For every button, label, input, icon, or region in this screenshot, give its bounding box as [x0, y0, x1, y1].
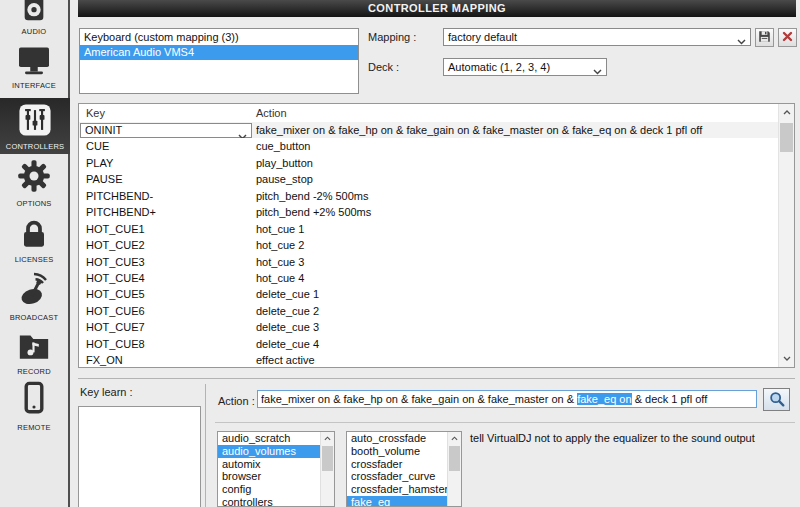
key-cell: CUE — [79, 138, 256, 154]
sidebar-item-label: AUDIO — [22, 27, 47, 36]
action-input[interactable]: fake_mixer on & fake_hp on & fake_gain o… — [257, 390, 757, 408]
chevron-down-icon — [737, 35, 746, 47]
scroll-down-icon[interactable] — [779, 351, 794, 366]
column-header-action[interactable]: Action — [256, 104, 287, 122]
table-header: Key Action — [79, 104, 794, 123]
speaker-icon — [18, 0, 50, 24]
category-item[interactable]: browser — [218, 470, 321, 483]
key-dropdown[interactable]: ONINIT — [80, 123, 252, 138]
table-row[interactable]: HOT_CUE4hot_cue 4 — [79, 270, 778, 286]
sidebar-item-licenses[interactable]: LICENSES — [0, 218, 68, 264]
action-cell: hot_cue 4 — [256, 270, 778, 286]
key-cell: HOT_CUE1 — [79, 221, 256, 237]
table-row[interactable]: HOT_CUE7delete_cue 3 — [79, 319, 778, 335]
scroll-up-icon[interactable] — [779, 105, 794, 120]
sidebar: AUDIO INTERFACE CONTROLLERS — [0, 0, 70, 507]
sidebar-item-interface[interactable]: INTERFACE — [0, 46, 68, 90]
chevron-down-icon — [593, 65, 602, 77]
sidebar-item-remote[interactable]: REMOTE — [0, 380, 68, 432]
sidebar-item-record[interactable]: RECORD — [0, 330, 68, 376]
key-cell: HOT_CUE4 — [79, 270, 256, 286]
action-name-list[interactable]: auto_crossfadebooth_volumecrossfadercros… — [346, 431, 462, 507]
scroll-up-icon[interactable] — [321, 432, 333, 444]
action-item[interactable]: crossfader_hamster — [347, 483, 448, 496]
action-item[interactable]: crossfader — [347, 458, 448, 471]
table-row[interactable]: CUEcue_button — [79, 138, 778, 154]
key-learn-label: Key learn : — [80, 386, 133, 398]
table-row[interactable]: FX_ONeffect active — [79, 352, 778, 367]
key-cell: PITCHBEND- — [79, 188, 256, 204]
scrollbar-thumb[interactable] — [322, 446, 333, 471]
action-item[interactable]: booth_volume — [347, 445, 448, 458]
sidebar-item-label: LICENSES — [15, 255, 54, 264]
action-item[interactable]: crossfader_curve — [347, 470, 448, 483]
page-title: CONTROLLER MAPPING — [78, 0, 796, 17]
horizontal-separator — [215, 422, 795, 423]
category-item[interactable]: audio_volumes — [218, 445, 321, 458]
table-row[interactable]: PAUSEpause_stop — [79, 171, 778, 187]
sidebar-item-label: RECORD — [17, 367, 51, 376]
table-row[interactable]: HOT_CUE3hot_cue 3 — [79, 254, 778, 270]
sidebar-item-controllers[interactable]: CONTROLLERS — [0, 98, 70, 154]
action-cell: pitch_bend +2% 500ms — [256, 204, 778, 220]
category-item[interactable]: controllers — [218, 496, 321, 507]
table-scrollbar[interactable] — [778, 104, 794, 367]
sidebar-item-audio[interactable]: AUDIO — [0, 0, 68, 36]
device-item[interactable]: Keyboard (custom mapping (3)) — [80, 30, 358, 45]
sidebar-item-options[interactable]: OPTIONS — [0, 158, 68, 208]
search-action-button[interactable] — [763, 388, 790, 411]
sidebar-item-label: REMOTE — [17, 423, 50, 432]
sidebar-item-broadcast[interactable]: BROADCAST — [0, 270, 68, 322]
action-category-items: audio_scratchaudio_volumesautomixbrowser… — [218, 432, 321, 507]
device-list[interactable]: Keyboard (custom mapping (3))American Au… — [79, 28, 359, 94]
key-cell: PITCHBEND+ — [79, 204, 256, 220]
action-cell: delete_cue 4 — [256, 336, 778, 352]
scrollbar-thumb[interactable] — [449, 446, 460, 471]
table-row[interactable]: HOT_CUE5delete_cue 1 — [79, 286, 778, 302]
action-cell: delete_cue 3 — [256, 319, 778, 335]
device-item[interactable]: American Audio VMS4 — [80, 45, 358, 60]
action-item[interactable]: fake_eq — [347, 496, 448, 507]
action-item[interactable]: auto_crossfade — [347, 432, 448, 445]
action-cell: effect active — [256, 352, 778, 367]
sidebar-item-label: BROADCAST — [10, 313, 58, 322]
table-row[interactable]: PLAYplay_button — [79, 155, 778, 171]
save-mapping-button[interactable] — [755, 28, 774, 47]
vertical-separator — [205, 384, 206, 507]
scroll-up-icon[interactable] — [448, 432, 460, 444]
table-row[interactable]: ONINITfake_mixer on & fake_hp on & fake_… — [79, 122, 778, 138]
delete-mapping-button[interactable] — [778, 28, 797, 47]
category-item[interactable]: config — [218, 483, 321, 496]
action-text-before: fake_mixer on & fake_hp on & fake_gain o… — [261, 393, 577, 405]
table-row[interactable]: PITCHBEND-pitch_bend -2% 500ms — [79, 188, 778, 204]
action-list-scrollbar[interactable] — [447, 432, 461, 506]
key-learn-box[interactable] — [78, 406, 201, 507]
action-text-selected: fake_eq on — [577, 393, 631, 405]
mapping-table-body: ONINITfake_mixer on & fake_hp on & fake_… — [79, 122, 778, 367]
action-cell: fake_mixer on & fake_hp on & fake_gain o… — [256, 122, 778, 138]
table-row[interactable]: PITCHBEND+pitch_bend +2% 500ms — [79, 204, 778, 220]
scrollbar-thumb[interactable] — [780, 123, 793, 152]
key-cell: ONINIT — [79, 122, 256, 138]
category-item[interactable]: audio_scratch — [218, 432, 321, 445]
action-category-list[interactable]: audio_scratchaudio_volumesautomixbrowser… — [217, 431, 335, 507]
deck-dropdown-value: Automatic (1, 2, 3, 4) — [448, 61, 550, 73]
broadcast-icon — [16, 270, 52, 310]
mapping-label: Mapping : — [368, 31, 416, 43]
table-row[interactable]: HOT_CUE2hot_cue 2 — [79, 237, 778, 253]
action-cell: delete_cue 1 — [256, 286, 778, 302]
floppy-save-icon — [758, 30, 771, 45]
mapping-dropdown[interactable]: factory default — [443, 28, 751, 46]
key-cell: HOT_CUE2 — [79, 237, 256, 253]
table-row[interactable]: HOT_CUE1hot_cue 1 — [79, 221, 778, 237]
deck-dropdown[interactable]: Automatic (1, 2, 3, 4) — [443, 58, 607, 76]
table-row[interactable]: HOT_CUE6delete_cue 2 — [79, 303, 778, 319]
category-list-scrollbar[interactable] — [320, 432, 334, 506]
action-text-after: & deck 1 pfl off — [632, 393, 708, 405]
table-row[interactable]: HOT_CUE8delete_cue 4 — [79, 336, 778, 352]
category-item[interactable]: automix — [218, 458, 321, 471]
action-label: Action : — [218, 395, 255, 407]
column-header-key[interactable]: Key — [79, 104, 256, 122]
action-cell: play_button — [256, 155, 778, 171]
action-cell: pause_stop — [256, 171, 778, 187]
